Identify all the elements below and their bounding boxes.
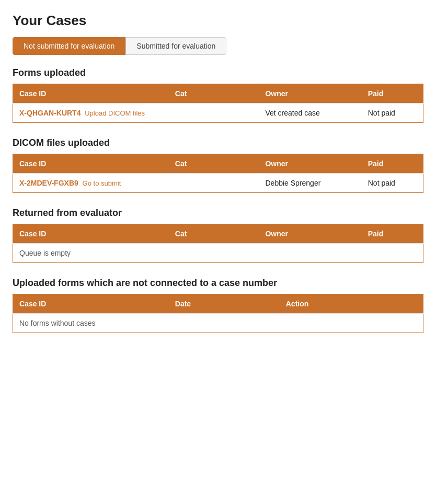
- forms-uploaded-table: Case ID Cat Owner Paid X-QHGAN-KURT4 Upl…: [13, 84, 423, 123]
- dicom-uploaded-table: Case ID Cat Owner Paid X-2MDEV-FGXB9 Go …: [13, 154, 423, 193]
- forms-cat-cell: [169, 104, 259, 123]
- col-header-owner-3: Owner: [259, 224, 361, 244]
- tab-not-submitted[interactable]: Not submitted for evaluation: [13, 37, 125, 55]
- table-row: No forms without cases: [13, 314, 423, 333]
- forms-paid-cell: Not paid: [362, 104, 423, 123]
- col-header-cat-3: Cat: [169, 224, 259, 244]
- forms-uploaded-section: Forms uploaded Case ID Cat Owner Paid X-…: [13, 67, 423, 123]
- col-header-caseid-2: Case ID: [13, 154, 169, 174]
- col-header-paid-2: Paid: [362, 154, 423, 174]
- dicom-uploaded-title: DICOM files uploaded: [13, 138, 423, 148]
- table-row: Queue is empty: [13, 244, 423, 263]
- tab-bar: Not submitted for evaluation Submitted f…: [13, 37, 423, 55]
- col-header-date: Date: [169, 294, 280, 314]
- col-header-paid: Paid: [362, 84, 423, 104]
- col-header-cat-2: Cat: [169, 154, 259, 174]
- col-header-cat: Cat: [169, 84, 259, 104]
- col-header-owner-2: Owner: [259, 154, 361, 174]
- forms-caseid-cell: X-QHGAN-KURT4 Upload DICOM files: [13, 104, 169, 123]
- unconnected-section: Uploaded forms which are not connected t…: [13, 278, 423, 333]
- col-header-caseid: Case ID: [13, 84, 169, 104]
- page-title: Your Cases: [13, 13, 423, 29]
- unconnected-table: Case ID Date Action No forms without cas…: [13, 294, 423, 333]
- unconnected-empty-message: No forms without cases: [13, 314, 423, 333]
- col-header-caseid-4: Case ID: [13, 294, 169, 314]
- dicom-case-link[interactable]: X-2MDEV-FGXB9: [19, 179, 78, 187]
- table-row: X-QHGAN-KURT4 Upload DICOM files Vet cre…: [13, 104, 423, 123]
- dicom-uploaded-section: DICOM files uploaded Case ID Cat Owner P…: [13, 138, 423, 193]
- forms-uploaded-title: Forms uploaded: [13, 67, 423, 78]
- dicom-caseid-cell: X-2MDEV-FGXB9 Go to submit: [13, 174, 169, 193]
- returned-section: Returned from evaluator Case ID Cat Owne…: [13, 208, 423, 263]
- col-header-owner: Owner: [259, 84, 361, 104]
- col-header-action: Action: [280, 294, 423, 314]
- unconnected-title: Uploaded forms which are not connected t…: [13, 278, 423, 289]
- dicom-cat-cell: [169, 174, 259, 193]
- forms-case-link[interactable]: X-QHGAN-KURT4: [19, 109, 81, 117]
- forms-action-link[interactable]: Upload DICOM files: [85, 109, 145, 117]
- returned-empty-message: Queue is empty: [13, 244, 423, 263]
- col-header-caseid-3: Case ID: [13, 224, 169, 244]
- tab-submitted[interactable]: Submitted for evaluation: [125, 37, 226, 55]
- dicom-owner-cell: Debbie Sprenger: [259, 174, 361, 193]
- returned-title: Returned from evaluator: [13, 208, 423, 219]
- dicom-action-link[interactable]: Go to submit: [83, 179, 121, 187]
- dicom-paid-cell: Not paid: [362, 174, 423, 193]
- forms-owner-cell: Vet created case: [259, 104, 361, 123]
- returned-table: Case ID Cat Owner Paid Queue is empty: [13, 224, 423, 263]
- table-row: X-2MDEV-FGXB9 Go to submit Debbie Spreng…: [13, 174, 423, 193]
- col-header-paid-3: Paid: [362, 224, 423, 244]
